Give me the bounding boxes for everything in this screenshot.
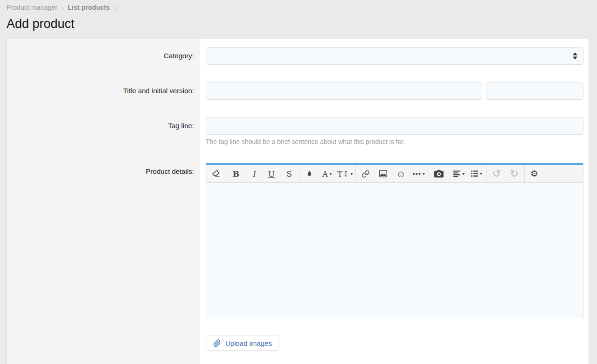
paperclip-icon bbox=[213, 339, 221, 347]
editor-toolbar: B I U S bbox=[206, 165, 583, 183]
bold-button[interactable]: B bbox=[227, 165, 245, 182]
chevron-down-icon: ▾ bbox=[480, 172, 482, 176]
upload-images-label: Upload images bbox=[225, 339, 272, 347]
bold-icon: B bbox=[233, 169, 239, 179]
list-style-button[interactable]: ▾ bbox=[468, 165, 486, 182]
tagline-help-text: The tag line should be a brief sentence … bbox=[206, 138, 583, 145]
add-product-form: Category: Title and initial version: bbox=[7, 39, 589, 364]
undo-button[interactable]: ↺ bbox=[488, 165, 506, 182]
product-details-row: Product details: bbox=[7, 163, 589, 351]
strikethrough-button[interactable]: S bbox=[280, 165, 298, 182]
category-row: Category: bbox=[7, 47, 589, 65]
breadcrumb: Product manager › List products › bbox=[7, 4, 590, 11]
italic-button[interactable]: I bbox=[245, 165, 263, 182]
link-icon bbox=[361, 170, 370, 178]
underline-icon: U bbox=[268, 169, 275, 179]
title-version-label: Title and initial version: bbox=[7, 82, 200, 100]
category-select[interactable] bbox=[206, 47, 583, 65]
tagline-row: Tag line: The tag line should be a brief… bbox=[7, 117, 589, 145]
align-left-icon bbox=[453, 170, 461, 177]
droplet-icon bbox=[306, 170, 313, 178]
undo-icon: ↺ bbox=[492, 169, 500, 179]
font-size-icon: T↕ bbox=[337, 169, 349, 179]
upload-images-button[interactable]: Upload images bbox=[206, 336, 279, 351]
redo-icon: ↻ bbox=[510, 169, 518, 179]
title-version-row: Title and initial version: bbox=[7, 82, 589, 100]
italic-icon: I bbox=[252, 169, 256, 179]
product-details-editor-area[interactable] bbox=[206, 183, 583, 318]
font-family-button[interactable]: A ▾ bbox=[318, 165, 336, 182]
gear-icon: ⚙ bbox=[530, 169, 538, 178]
link-button[interactable] bbox=[357, 165, 375, 182]
emoji-button[interactable]: ☺ bbox=[392, 165, 410, 182]
strikethrough-icon: S bbox=[286, 169, 292, 179]
ellipsis-icon: ••• bbox=[412, 170, 421, 178]
initial-version-input[interactable] bbox=[486, 82, 583, 100]
tagline-input[interactable] bbox=[206, 117, 583, 135]
product-details-label: Product details: bbox=[7, 163, 200, 351]
list-icon bbox=[471, 170, 479, 177]
title-input[interactable] bbox=[206, 82, 482, 100]
underline-button[interactable]: U bbox=[263, 165, 280, 182]
more-options-button[interactable]: ••• ▾ bbox=[410, 165, 428, 182]
tagline-label: Tag line: bbox=[7, 117, 200, 145]
chevron-down-icon: ▾ bbox=[329, 172, 332, 176]
font-family-icon: A bbox=[322, 169, 328, 179]
breadcrumb-separator: › bbox=[114, 4, 116, 11]
breadcrumb-list-products[interactable]: List products bbox=[68, 4, 110, 11]
insert-image-button[interactable] bbox=[375, 165, 392, 182]
image-icon bbox=[379, 170, 388, 178]
redo-button[interactable]: ↻ bbox=[506, 165, 523, 182]
font-color-button[interactable] bbox=[300, 165, 318, 182]
smiley-icon: ☺ bbox=[396, 169, 405, 179]
page-header: Product manager › List products › Add pr… bbox=[0, 0, 597, 31]
camera-icon bbox=[434, 170, 444, 178]
paragraph-align-button[interactable]: ▾ bbox=[450, 165, 468, 182]
chevron-down-icon: ▾ bbox=[423, 172, 425, 176]
page-title: Add product bbox=[7, 17, 590, 31]
screenshot-button[interactable] bbox=[430, 165, 448, 182]
settings-button[interactable]: ⚙ bbox=[526, 165, 543, 182]
remove-format-button[interactable] bbox=[207, 165, 225, 182]
rich-text-editor: B I U S bbox=[206, 163, 583, 318]
chevron-down-icon: ▾ bbox=[462, 172, 465, 176]
breadcrumb-product-manager[interactable]: Product manager bbox=[7, 4, 57, 11]
category-label: Category: bbox=[7, 47, 200, 65]
chevron-down-icon: ▾ bbox=[351, 172, 353, 176]
eraser-icon bbox=[212, 169, 221, 178]
font-size-button[interactable]: T↕ ▾ bbox=[336, 165, 354, 182]
breadcrumb-separator: › bbox=[62, 4, 63, 11]
